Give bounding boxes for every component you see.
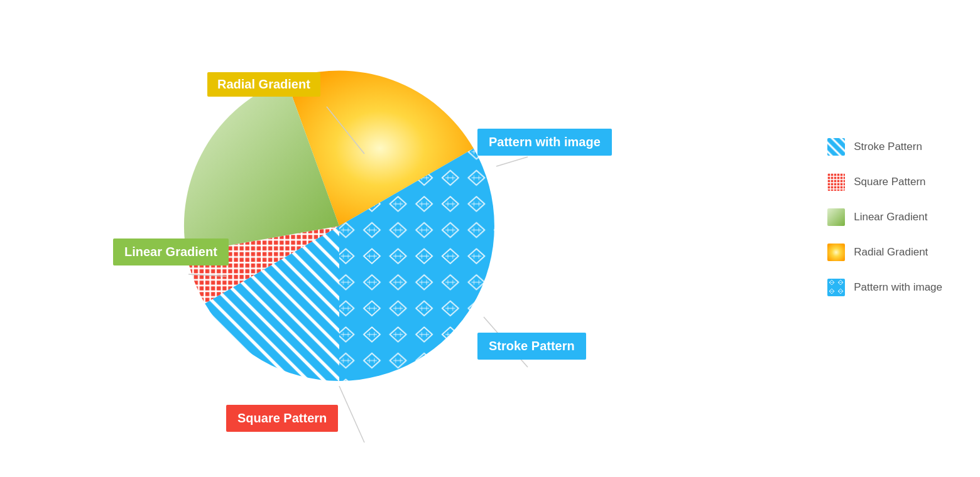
svg-rect-34 [827,279,845,296]
label-linear-text: Linear Gradient [124,245,217,259]
svg-rect-29 [827,208,845,226]
legend-icon-linear [827,208,845,226]
label-stroke-text: Stroke Pattern [489,339,575,353]
svg-rect-30 [827,244,845,261]
label-pattern-img-text: Pattern with image [489,135,601,149]
legend: Stroke Pattern Square Pattern [827,138,942,314]
svg-line-19 [339,386,364,442]
legend-item-stroke: Stroke Pattern [827,138,942,156]
label-square-pattern: Square Pattern [226,405,338,432]
legend-item-pattern-img: Pattern with image [827,279,942,296]
label-linear-gradient: Linear Gradient [113,238,229,265]
label-radial-text: Radial Gradient [217,77,310,91]
legend-item-radial: Radial Gradient [827,244,942,261]
svg-rect-23 [827,138,845,156]
legend-label-radial: Radial Gradient [854,246,928,259]
legend-label-linear: Linear Gradient [854,211,927,223]
legend-icon-radial [827,244,845,261]
label-stroke-pattern: Stroke Pattern [477,333,586,360]
legend-item-linear: Linear Gradient [827,208,942,226]
legend-label-square: Square Pattern [854,176,925,188]
legend-icon-square [827,173,845,191]
legend-label-pattern-img: Pattern with image [854,281,942,294]
label-radial-gradient: Radial Gradient [207,72,320,97]
svg-rect-28 [827,173,845,191]
chart-container: Radial Gradient Pattern with image Strok… [126,31,565,446]
legend-item-square: Square Pattern [827,173,942,191]
label-pattern-img: Pattern with image [477,129,612,156]
legend-label-stroke: Stroke Pattern [854,141,922,153]
legend-icon-stroke [827,138,845,156]
pie-chart [176,63,503,389]
legend-icon-pattern-img [827,279,845,296]
label-square-text: Square Pattern [237,411,327,425]
